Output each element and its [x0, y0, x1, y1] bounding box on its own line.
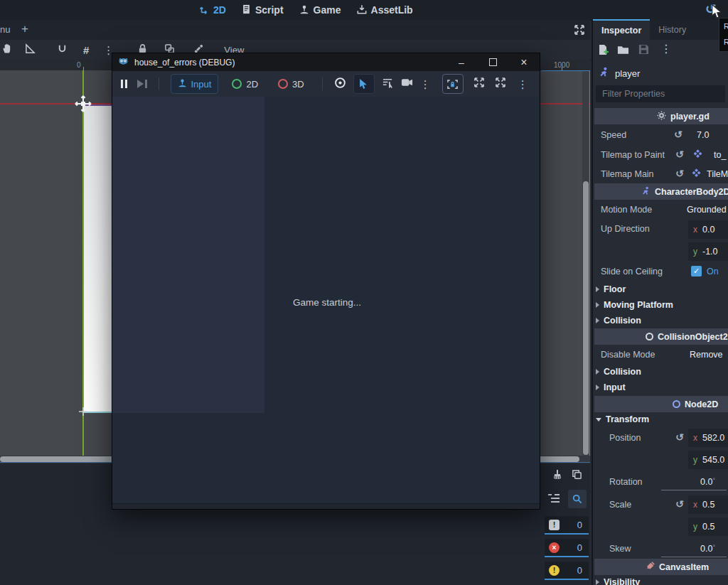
- corner-handle-gizmo[interactable]: [79, 406, 87, 419]
- character-body-icon: [641, 186, 651, 198]
- up-direction-y-field[interactable]: y -1.0: [688, 242, 728, 261]
- keep-aspect-expand-icon[interactable]: [473, 77, 485, 91]
- edited-node-row[interactable]: player: [594, 64, 728, 82]
- scale-y-field[interactable]: y 0.5: [688, 517, 728, 536]
- close-button[interactable]: ×: [508, 53, 540, 71]
- revert-icon[interactable]: ↺: [675, 498, 684, 510]
- tilemap-icon: [692, 149, 702, 162]
- revert-icon[interactable]: ↺: [675, 168, 684, 179]
- position-y-field[interactable]: y 545.0: [688, 451, 728, 469]
- game-debug-window[interactable]: house_of_errors (DEBUG) – × Input 2D 3D …: [112, 53, 540, 510]
- prop-label-speed: Speed: [601, 130, 626, 140]
- tooltip-line: R: [724, 18, 728, 34]
- 2d-toggle-button[interactable]: 2D: [225, 75, 264, 93]
- error-count-field[interactable]: × 0: [545, 539, 589, 557]
- prop-value-speed[interactable]: 7.0: [697, 130, 709, 140]
- pause-icon[interactable]: [121, 80, 127, 88]
- search-output-button[interactable]: [568, 490, 587, 508]
- group-transform[interactable]: Transform: [596, 414, 649, 424]
- next-frame-icon[interactable]: [137, 80, 147, 88]
- origin-move-gizmo[interactable]: [74, 95, 92, 116]
- load-resource-folder-icon[interactable]: [617, 45, 629, 58]
- 3d-toggle-button[interactable]: 3D: [272, 75, 311, 93]
- prop-value-slide-on-ceiling[interactable]: On: [707, 267, 719, 277]
- position-x-field[interactable]: x 582.0: [688, 429, 728, 447]
- category-collision-object-2d[interactable]: CollisionObject2D: [594, 328, 728, 345]
- maximize-button[interactable]: [477, 53, 508, 71]
- axis-x-chip: x: [693, 433, 697, 443]
- warning-count-field[interactable]: ! 0: [545, 562, 589, 580]
- save-resource-icon[interactable]: [638, 44, 649, 58]
- embed-focus-lock-button[interactable]: [442, 74, 464, 94]
- group-floor[interactable]: Floor: [596, 284, 626, 294]
- expand-panel-icon[interactable]: [574, 24, 585, 38]
- copy-output-icon[interactable]: [572, 469, 582, 483]
- workspace-tab-label: Script: [255, 4, 284, 16]
- workspace-tab-game[interactable]: Game: [299, 4, 341, 16]
- group-collision-2[interactable]: Collision: [596, 367, 641, 377]
- smart-snap-icon[interactable]: [57, 43, 68, 57]
- suspend-target-icon[interactable]: [334, 77, 346, 92]
- workspace-tab-label: 2D: [213, 4, 226, 16]
- game-status-text: Game starting...: [281, 297, 373, 308]
- filter-properties-placeholder: Filter Properties: [602, 89, 665, 99]
- category-character-body-2d[interactable]: CharacterBody2D: [594, 183, 728, 200]
- workspace-tab-2d[interactable]: 2D: [199, 4, 226, 16]
- node2d-icon: [673, 400, 680, 408]
- up-direction-y-value: -1.0: [702, 247, 718, 257]
- up-direction-x-field[interactable]: x 0.0: [688, 220, 728, 239]
- ruler-tool-icon[interactable]: [25, 43, 36, 57]
- prop-value-motion-mode[interactable]: Grounded: [687, 205, 727, 215]
- prop-value-rotation[interactable]: 0.0°: [700, 477, 715, 487]
- tab-history[interactable]: History: [650, 20, 695, 40]
- add-scene-tab-button[interactable]: +: [21, 22, 28, 36]
- message-count-field[interactable]: ! 0: [545, 516, 589, 535]
- camera-icon[interactable]: [401, 77, 413, 90]
- input-toggle-button[interactable]: Input: [171, 74, 219, 94]
- select-list-icon[interactable]: [382, 77, 394, 91]
- group-moving-platform[interactable]: Moving Platform: [596, 300, 673, 310]
- tab-inspector[interactable]: Inspector: [593, 19, 650, 41]
- filter-messages-icon[interactable]: [547, 493, 560, 506]
- pan-tool-icon[interactable]: [1, 43, 12, 57]
- error-badge-icon: ×: [549, 542, 560, 553]
- fullscreen-expand-icon[interactable]: [495, 77, 506, 91]
- prop-label-scale: Scale: [609, 500, 631, 510]
- degree-unit: °: [712, 477, 715, 484]
- prop-value-tilemap-main[interactable]: TileM: [707, 169, 728, 179]
- group-input[interactable]: Input: [596, 382, 626, 392]
- category-node2d[interactable]: Node2D: [594, 396, 728, 412]
- clear-output-icon[interactable]: [552, 469, 563, 483]
- new-resource-icon[interactable]: [597, 44, 609, 58]
- prop-value-tilemap-to-paint[interactable]: to_: [714, 150, 726, 160]
- workspace-tab-script[interactable]: Script: [242, 4, 284, 16]
- embed-options-menu-icon[interactable]: ⋮: [518, 79, 528, 90]
- edited-node-name: player: [615, 68, 640, 79]
- workspace-tab-assetlib[interactable]: AssetLib: [357, 4, 413, 16]
- group-collision[interactable]: Collision: [596, 316, 641, 326]
- minimize-button[interactable]: –: [446, 53, 477, 71]
- grid-snap-icon[interactable]: #: [83, 44, 89, 56]
- camera-options-menu-icon[interactable]: ⋮: [420, 79, 431, 90]
- category-canvas-item[interactable]: CanvasItem: [594, 559, 728, 575]
- vscrollbar-thumb[interactable]: [583, 181, 589, 455]
- select-mode-button[interactable]: [353, 74, 375, 94]
- mouse-cursor: [711, 4, 723, 22]
- canvas-vscrollbar[interactable]: [582, 70, 589, 456]
- scene-tab-truncated[interactable]: nu: [0, 24, 10, 35]
- gear-icon: [657, 111, 666, 122]
- scale-y-value: 0.5: [702, 522, 714, 532]
- prop-value-disable-mode[interactable]: Remove: [690, 350, 723, 360]
- scale-x-field[interactable]: x 0.5: [688, 495, 728, 514]
- scene-tab-bar: nu +: [0, 20, 590, 41]
- revert-icon[interactable]: ↺: [674, 129, 682, 140]
- revert-icon[interactable]: ↺: [675, 431, 684, 443]
- group-visibility[interactable]: Visibility: [596, 577, 640, 585]
- game-window-titlebar[interactable]: house_of_errors (DEBUG) – ×: [112, 53, 540, 71]
- inspector-extra-menu-icon[interactable]: ⋮: [660, 43, 672, 55]
- revert-icon[interactable]: ↺: [675, 149, 684, 160]
- category-player-script[interactable]: player.gd: [594, 108, 728, 124]
- prop-value-skew[interactable]: 0.0°: [700, 544, 715, 554]
- filter-properties-input[interactable]: Filter Properties: [596, 85, 725, 102]
- checkbox-checked-icon[interactable]: ✓: [691, 266, 702, 277]
